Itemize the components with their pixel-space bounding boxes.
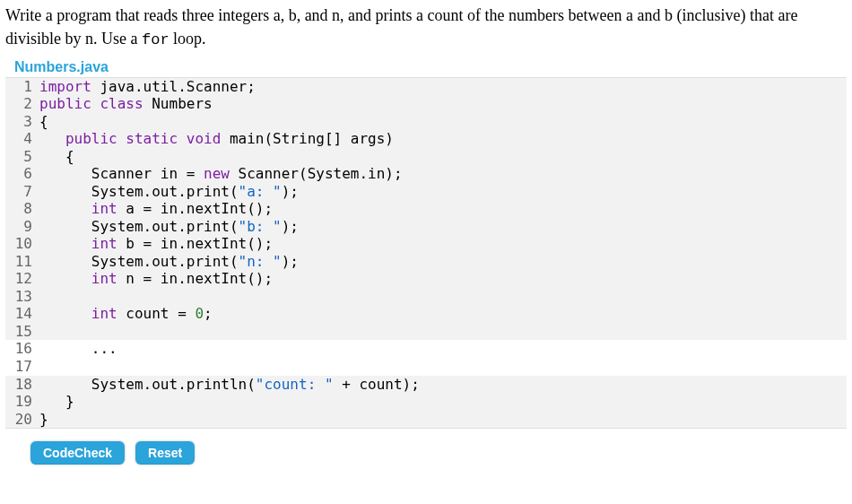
code-token: );: [282, 253, 299, 270]
code-token: import: [39, 78, 91, 95]
line-number: 11: [5, 253, 39, 271]
line-number: 3: [5, 113, 39, 131]
line-number: 2: [5, 95, 39, 113]
code-text: [39, 323, 847, 341]
code-token: main(String[] args): [221, 130, 394, 147]
code-line: 20}: [5, 411, 847, 429]
code-line: 8 int a = in.nextInt();: [5, 200, 847, 218]
line-number: 4: [5, 130, 39, 148]
code-editor: 1import java.util.Scanner;2public class …: [5, 77, 847, 429]
code-token: count =: [117, 305, 196, 322]
code-text: public class Numbers: [39, 95, 847, 113]
code-text: }: [39, 393, 847, 411]
code-token: System.out.println(: [39, 376, 256, 393]
code-text: int count = 0;: [39, 305, 847, 323]
code-line: 6 Scanner in = new Scanner(System.in);: [5, 165, 847, 183]
code-text: System.out.println("count: " + count);: [39, 376, 847, 394]
code-text: int n = in.nextInt();: [39, 270, 847, 288]
code-token: );: [282, 183, 299, 200]
code-token: public static void: [65, 130, 221, 147]
line-number: 18: [5, 376, 39, 394]
problem-code-word: for: [142, 31, 170, 48]
code-line: 14 int count = 0;: [5, 305, 847, 323]
code-line: 19 }: [5, 393, 847, 411]
code-text[interactable]: ...: [39, 340, 847, 358]
code-text: int b = in.nextInt();: [39, 235, 847, 253]
code-text: import java.util.Scanner;: [39, 78, 847, 96]
code-token: n = in.nextInt();: [117, 270, 273, 287]
line-number: 5: [5, 148, 39, 166]
code-token: ;: [204, 305, 213, 322]
code-token: ...: [39, 340, 117, 357]
code-line: 13: [5, 288, 847, 306]
code-line: 11 System.out.print("n: ");: [5, 253, 847, 271]
code-text: {: [39, 113, 847, 131]
code-token: System.out.print(: [39, 218, 239, 235]
code-text: Scanner in = new Scanner(System.in);: [39, 165, 847, 183]
code-token: int: [91, 305, 117, 322]
code-line: 5 {: [5, 148, 847, 166]
code-token: [39, 130, 65, 147]
line-number: 13: [5, 288, 39, 306]
line-number: 7: [5, 183, 39, 201]
code-line: 18 System.out.println("count: " + count)…: [5, 376, 847, 394]
code-token: System.out.print(: [39, 183, 239, 200]
line-number: 12: [5, 270, 39, 288]
code-token: Scanner in =: [39, 165, 204, 182]
code-line: 7 System.out.print("a: ");: [5, 183, 847, 201]
code-token: System.out.print(: [39, 253, 239, 270]
code-text: [39, 288, 847, 306]
code-token: "count: ": [256, 376, 334, 393]
code-text: public static void main(String[] args): [39, 130, 847, 148]
code-line: 9 System.out.print("b: ");: [5, 218, 847, 236]
button-row: CodeCheck Reset: [5, 438, 847, 470]
line-number: 15: [5, 323, 39, 341]
codecheck-button[interactable]: CodeCheck: [30, 441, 125, 465]
line-number: 1: [5, 78, 39, 96]
code-token: int: [91, 270, 117, 287]
code-line-editable[interactable]: 16 ...: [5, 340, 847, 358]
code-token: a = in.nextInt();: [117, 200, 273, 217]
code-line: 10 int b = in.nextInt();: [5, 235, 847, 253]
line-number: 19: [5, 393, 39, 411]
code-token: java.util.Scanner;: [91, 78, 256, 95]
code-text: }: [39, 411, 847, 429]
code-token: int: [91, 200, 117, 217]
code-line: 12 int n = in.nextInt();: [5, 270, 847, 288]
code-token: 0: [195, 305, 204, 322]
code-text: int a = in.nextInt();: [39, 200, 847, 218]
code-text[interactable]: [39, 358, 847, 376]
code-text: {: [39, 148, 847, 166]
code-token: [39, 235, 91, 252]
line-number: 8: [5, 200, 39, 218]
code-text: System.out.print("b: ");: [39, 218, 847, 236]
reset-button[interactable]: Reset: [135, 441, 195, 465]
code-text: System.out.print("a: ");: [39, 183, 847, 201]
line-number: 20: [5, 411, 39, 429]
code-token: public class: [39, 95, 143, 112]
code-token: }: [39, 393, 74, 410]
code-line-editable[interactable]: 17: [5, 358, 847, 376]
code-line: 4 public static void main(String[] args): [5, 130, 847, 148]
code-token: }: [39, 411, 48, 428]
code-line: 2public class Numbers: [5, 95, 847, 113]
line-number: 16: [5, 340, 39, 358]
problem-statement: Write a program that reads three integer…: [5, 4, 847, 52]
code-token: b = in.nextInt();: [117, 235, 273, 252]
code-token: Scanner(System.in);: [230, 165, 403, 182]
code-token: int: [91, 235, 117, 252]
line-number: 10: [5, 235, 39, 253]
code-token: );: [282, 218, 299, 235]
code-token: [39, 200, 91, 217]
code-token: [39, 305, 91, 322]
code-line: 3{: [5, 113, 847, 131]
code-text: System.out.print("n: ");: [39, 253, 847, 271]
problem-text-prefix: Write a program that reads three integer…: [5, 6, 797, 48]
code-token: {: [39, 148, 74, 165]
code-line: 15: [5, 323, 847, 341]
code-token: "n: ": [239, 253, 282, 270]
code-token: new: [204, 165, 230, 182]
code-token: "b: ": [239, 218, 282, 235]
code-token: {: [39, 113, 48, 130]
line-number: 6: [5, 165, 39, 183]
